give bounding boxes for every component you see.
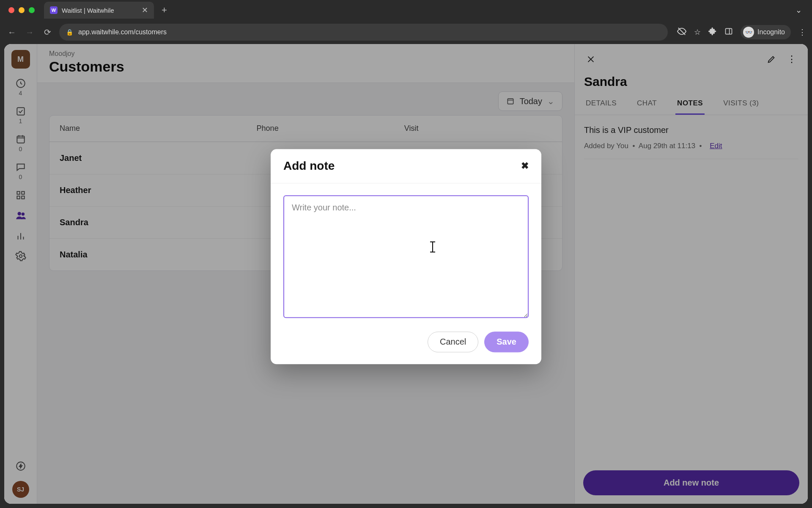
modal-header: Add note ✖ [271, 149, 541, 183]
tab-bar: W Waitlist | Waitwhile ✕ + ⌄ [0, 0, 812, 20]
star-icon[interactable]: ☆ [694, 28, 701, 37]
address-bar-row: ← → ⟳ 🔒 app.waitwhile.com/customers ☆ 👓 … [0, 20, 812, 44]
window-minimize[interactable] [19, 7, 25, 13]
tab-favicon: W [50, 6, 58, 14]
incognito-label: Incognito [757, 28, 785, 36]
incognito-chip[interactable]: 👓 Incognito [741, 25, 791, 39]
tabs-overflow-icon[interactable]: ⌄ [796, 6, 806, 15]
nav-forward-icon: → [24, 28, 36, 37]
text-cursor-icon [432, 242, 433, 252]
nav-reload-icon[interactable]: ⟳ [41, 27, 53, 37]
cancel-button[interactable]: Cancel [428, 331, 478, 352]
modal-body [271, 183, 541, 331]
lock-icon: 🔒 [66, 29, 73, 36]
panel-icon[interactable] [724, 27, 733, 38]
tab-title: Waitlist | Waitwhile [62, 7, 114, 14]
toolbar-right: ☆ 👓 Incognito ⋮ [674, 25, 806, 39]
address-bar[interactable]: 🔒 app.waitwhile.com/customers [59, 24, 668, 41]
browser-chrome: W Waitlist | Waitwhile ✕ + ⌄ ← → ⟳ 🔒 app… [0, 0, 812, 44]
browser-menu-icon[interactable]: ⋮ [798, 28, 806, 37]
app-viewport: M 4 1 0 0 SJ [4, 44, 808, 504]
url-text: app.waitwhile.com/customers [78, 28, 167, 36]
tab-close-icon[interactable]: ✕ [142, 6, 148, 15]
add-note-modal: Add note ✖ Cancel Save [271, 149, 541, 364]
window-close[interactable] [8, 7, 14, 13]
new-tab-button[interactable]: + [158, 5, 170, 16]
note-textarea[interactable] [283, 195, 529, 318]
eye-off-icon[interactable] [677, 27, 686, 38]
incognito-icon: 👓 [743, 27, 754, 38]
modal-close-button[interactable]: ✖ [521, 160, 529, 171]
svg-rect-1 [726, 28, 732, 34]
modal-title: Add note [283, 159, 335, 173]
nav-back-icon[interactable]: ← [6, 28, 18, 37]
save-button[interactable]: Save [484, 331, 529, 352]
window-maximize[interactable] [29, 7, 35, 13]
window-controls [8, 7, 35, 13]
modal-actions: Cancel Save [271, 331, 541, 364]
extensions-icon[interactable] [708, 27, 717, 38]
browser-tab[interactable]: W Waitlist | Waitwhile ✕ [44, 2, 154, 19]
